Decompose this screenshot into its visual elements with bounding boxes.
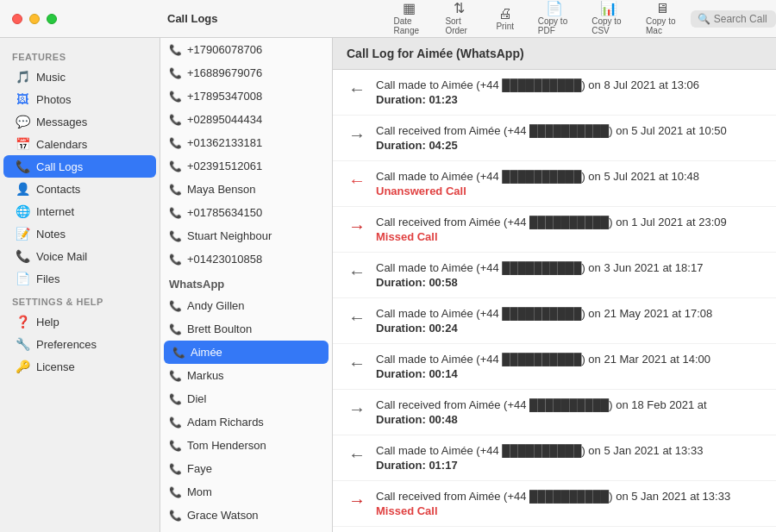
main-content: Features 🎵 Music 🖼 Photos 💬 Messages 📅 C…: [0, 38, 776, 532]
list-item[interactable]: 📞 Brett Boulton: [160, 317, 332, 341]
list-item-aimee[interactable]: 📞 Aimée: [164, 341, 329, 364]
list-item[interactable]: 📞 +01362133181: [160, 131, 332, 154]
titlebar: Call Logs ▦ Date Range ⇅ Sort Order 🖨 Pr…: [0, 0, 776, 38]
list-item[interactable]: 📞 +17906078706: [160, 38, 332, 61]
sidebar-item-calendars[interactable]: 📅 Calendars: [3, 133, 156, 155]
list-item[interactable]: 📞 Faye: [160, 457, 332, 480]
toolbar: ▦ Date Range ⇅ Sort Order 🖨 Print 📄 Copy…: [385, 0, 776, 37]
contact-name: Adam Richards: [187, 416, 264, 429]
app-title: Call Logs: [69, 12, 316, 25]
date-range-button[interactable]: ▦ Date Range: [385, 0, 434, 37]
sidebar-item-voicemail[interactable]: 📞 Voice Mail: [3, 245, 156, 267]
sidebar-item-license-label: License: [36, 360, 75, 373]
table-row[interactable]: ← Call made to Aimée (+44 ██████████) on…: [333, 70, 776, 116]
minimize-button[interactable]: [29, 14, 40, 24]
phone-icon: 📞: [169, 91, 182, 103]
phone-icon: 📞: [169, 463, 182, 475]
sidebar: Features 🎵 Music 🖼 Photos 💬 Messages 📅 C…: [0, 38, 160, 532]
list-item[interactable]: 📞 +17895347008: [160, 84, 332, 108]
table-row[interactable]: ← Call made to Aimée (+44 ██████████) on…: [333, 161, 776, 207]
sidebar-item-music[interactable]: 🎵 Music: [3, 66, 156, 88]
sidebar-item-contacts[interactable]: 👤 Contacts: [3, 178, 156, 200]
sidebar-item-photos-label: Photos: [36, 93, 71, 106]
phone-icon: 📞: [172, 347, 185, 359]
unanswered-call-arrow-icon: ←: [347, 171, 367, 191]
contact-name: Diel: [187, 392, 206, 405]
missed-call-arrow-icon: →: [347, 491, 367, 510]
list-item[interactable]: 📞 Andy Gillen: [160, 294, 332, 317]
phone-icon: 📞: [169, 300, 182, 312]
list-item[interactable]: 📞 Markus: [160, 364, 332, 387]
list-item[interactable]: 📞 Tom Henderson: [160, 434, 332, 457]
copy-to-csv-button[interactable]: 📊 Copy to CSV: [583, 0, 634, 37]
sidebar-item-call-logs[interactable]: 📞 Call Logs: [3, 155, 156, 178]
sidebar-item-internet[interactable]: 🌐 Internet: [3, 200, 156, 222]
table-row[interactable]: → Call received from Aimée (+44 ████████…: [333, 481, 776, 527]
list-item[interactable]: 📞 +16889679076: [160, 61, 332, 84]
copy-to-mac-button[interactable]: 🖥 Copy to Mac: [637, 0, 687, 37]
list-item[interactable]: 📞 Adam Richards: [160, 410, 332, 434]
phone-icon: 📞: [169, 44, 182, 56]
list-item[interactable]: 📞 +02391512061: [160, 154, 332, 178]
phone-icon: 📞: [169, 160, 182, 172]
outgoing-call-arrow-icon: ←: [347, 79, 367, 99]
call-description: Call received from Aimée (+44 ██████████…: [376, 490, 762, 503]
copy-to-pdf-button[interactable]: 📄 Copy to PDF: [529, 0, 579, 37]
sidebar-item-license[interactable]: 🔑 License: [3, 355, 156, 378]
contact-name: +02895044434: [187, 113, 262, 126]
phone-icon: 📞: [169, 323, 182, 335]
call-description: Call made to Aimée (+44 ██████████) on 5…: [376, 170, 762, 183]
search-icon: 🔍: [698, 13, 710, 25]
contact-name: Faye: [187, 462, 212, 475]
call-info: Call made to Aimée (+44 ██████████) on 2…: [376, 353, 762, 380]
close-button[interactable]: [12, 14, 22, 24]
list-item[interactable]: 📞 Grace Watson: [160, 504, 332, 527]
list-item[interactable]: 📞 Mom: [160, 480, 332, 504]
sidebar-item-photos[interactable]: 🖼 Photos: [3, 88, 156, 110]
list-item[interactable]: 📞 +01423010858: [160, 247, 332, 271]
sidebar-item-preferences[interactable]: 🔧 Preferences: [3, 333, 156, 355]
list-item[interactable]: 📞 Stuart Neighbour: [160, 224, 332, 247]
print-button[interactable]: 🖨 Print: [485, 5, 526, 33]
table-row[interactable]: → Call received from Aimée (+44 ████████…: [333, 116, 776, 161]
table-row[interactable]: ← Call made to Aimée (+44 ██████████) on…: [333, 527, 776, 532]
table-row[interactable]: ← Call made to Aimée (+44 ██████████) on…: [333, 435, 776, 481]
outgoing-call-arrow-icon: ←: [347, 354, 367, 373]
search-box[interactable]: 🔍: [691, 10, 776, 28]
phone-icon: 📞: [169, 253, 182, 266]
phone-icon: 📞: [169, 114, 182, 126]
copy-to-pdf-label: Copy to PDF: [538, 16, 571, 35]
search-input[interactable]: [714, 13, 769, 25]
outgoing-call-arrow-icon: ←: [347, 445, 367, 465]
list-item[interactable]: 📞 Diel: [160, 387, 332, 410]
table-row[interactable]: → Call received from Aimée (+44 ████████…: [333, 390, 776, 435]
table-row[interactable]: → Call received from Aimée (+44 ████████…: [333, 207, 776, 253]
sidebar-item-files[interactable]: 📄 Files: [3, 267, 156, 290]
call-info: Call received from Aimée (+44 ██████████…: [376, 124, 762, 152]
sidebar-item-messages-label: Messages: [36, 116, 87, 128]
table-row[interactable]: ← Call made to Aimée (+44 ██████████) on…: [333, 298, 776, 344]
sidebar-item-files-label: Files: [36, 272, 59, 285]
maximize-button[interactable]: [47, 14, 57, 24]
copy-to-mac-label: Copy to Mac: [646, 16, 679, 35]
sidebar-item-messages[interactable]: 💬 Messages: [3, 110, 156, 133]
incoming-call-arrow-icon: →: [347, 399, 367, 419]
call-description: Call made to Aimée (+44 ██████████) on 8…: [376, 78, 762, 91]
table-row[interactable]: ← Call made to Aimée (+44 ██████████) on…: [333, 253, 776, 298]
contact-name: Grace Watson: [187, 509, 259, 522]
call-info: Call received from Aimée (+44 ██████████…: [376, 490, 762, 517]
html-icon: 🖥: [655, 2, 669, 16]
call-info: Call made to Aimée (+44 ██████████) on 2…: [376, 307, 762, 335]
contact-name: Brett Boulton: [187, 322, 252, 335]
contact-name: Andy Gillen: [187, 299, 244, 312]
table-row[interactable]: ← Call made to Aimée (+44 ██████████) on…: [333, 344, 776, 390]
sidebar-item-preferences-label: Preferences: [36, 338, 97, 351]
list-item[interactable]: 📞 +01785634150: [160, 201, 332, 224]
call-status: Missed Call: [376, 230, 762, 243]
list-item[interactable]: 📞 Maya Benson: [160, 178, 332, 201]
contact-name: Tom Henderson: [187, 439, 266, 452]
list-item[interactable]: 📞 +02895044434: [160, 108, 332, 131]
sidebar-item-help[interactable]: ❓ Help: [3, 310, 156, 333]
sidebar-item-notes[interactable]: 📝 Notes: [3, 222, 156, 245]
sort-order-button[interactable]: ⇅ Sort Order: [436, 0, 480, 37]
